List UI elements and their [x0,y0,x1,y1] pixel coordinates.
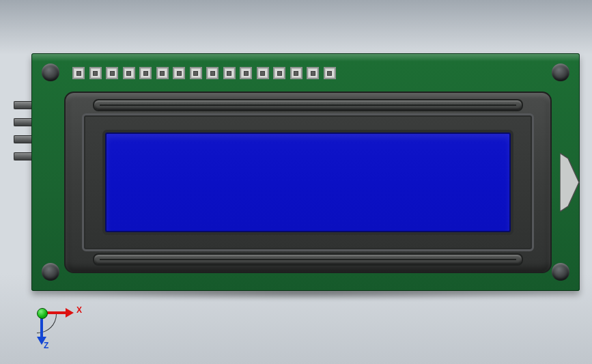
solder-pad [240,67,252,79]
mounting-hole [552,263,569,281]
solder-pad [223,67,236,79]
lcd-bezel [64,92,552,273]
mounting-hole [42,263,59,281]
solder-pad [307,67,319,79]
solder-pad [257,67,269,79]
view-axis-triad[interactable]: X Z [37,298,85,346]
lcd-module-pcb[interactable] [31,53,580,291]
svg-marker-0 [560,153,579,212]
x-axis-label: X [76,305,82,315]
triad-origin [37,308,48,319]
solder-pad [106,67,118,79]
solder-pad [190,67,202,79]
solder-pad [139,67,152,79]
bezel-clip-rail [93,253,523,266]
solder-pad [156,67,169,79]
bezel-clip-rail [93,99,523,111]
z-axis-label: Z [44,341,48,350]
mounting-hole [42,64,59,81]
x-axis-arrow [46,311,67,314]
pin [14,135,32,143]
cad-viewport[interactable]: X Z [0,0,592,364]
solder-pad [273,67,285,79]
solder-pad [72,67,85,79]
solder-pad [206,67,219,79]
solder-pad [123,67,135,79]
pin [14,152,32,160]
lcd-screen [105,132,511,232]
right-connector-tab [560,153,580,212]
i2c-header-pins [14,101,32,160]
solder-pad [89,67,102,79]
z-axis-arrow [40,318,43,338]
solder-pad [324,67,336,79]
pin [14,101,32,109]
pin [14,118,32,126]
parallel-header-pads [72,67,336,79]
mounting-hole [552,64,569,81]
solder-pad [290,67,302,79]
solder-pad [173,67,185,79]
